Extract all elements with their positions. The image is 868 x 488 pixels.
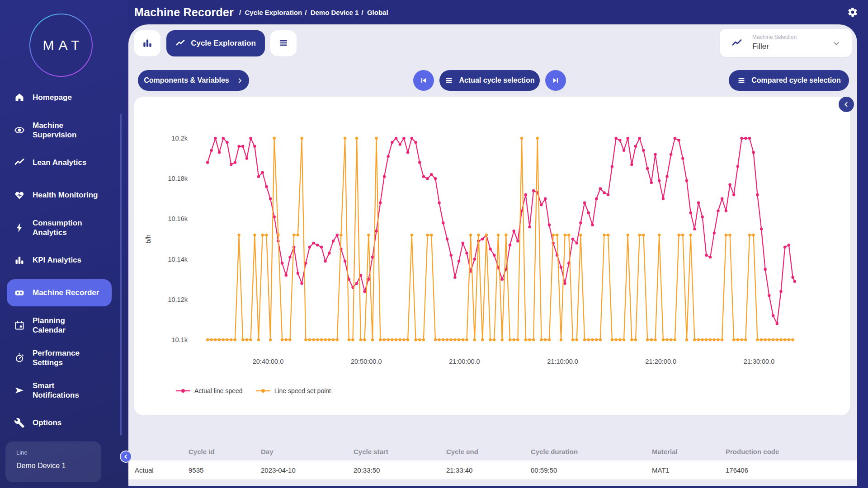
next-cycle-button[interactable] [545,70,566,91]
svg-text:10.18k: 10.18k [168,175,188,182]
cycle-exploration-label: Cycle Exploration [191,39,256,48]
cycle-exploration-button[interactable]: Cycle Exploration [166,30,265,56]
line-value: Demo Device 1 [16,462,66,470]
skip-previous-icon [419,76,428,85]
sidebar-item-kpi-analytics[interactable]: KPI Analytics [0,244,128,277]
svg-text:10.12k: 10.12k [168,296,188,303]
menu-button[interactable] [270,30,297,56]
machine-selection-dropdown[interactable]: Machine Selection Filler [720,29,852,57]
sidebar-item-planning-calendar[interactable]: Planning Calendar [0,309,128,342]
chart-view-button[interactable] [134,30,160,56]
svg-text:21:20:00.0: 21:20:00.0 [646,358,677,365]
table-header-cell: Material [652,448,726,455]
table-cell: 2023-04-10 [261,466,354,474]
breadcrumb-item[interactable]: / Global [361,9,388,16]
sidebar-scrollbar[interactable] [120,114,122,436]
sidebar-item-label: Lean Analytics [33,158,109,167]
machine-selection-label: Machine Selection [752,34,797,40]
top-bar: Machine Recorder / Cycle Exploration/ De… [128,0,868,24]
chevron-left-icon [843,101,850,108]
settings-gear-icon[interactable] [847,7,858,18]
hamburger-icon [737,76,746,85]
table-cell: 21:33:40 [446,466,531,474]
recorder-icon [14,287,25,298]
sidebar-item-label: Smart Notifications [33,381,109,400]
legend-marker-icon [255,388,271,394]
trend-icon [14,157,25,168]
legend-item-actual-line-speed[interactable]: Actual line speed [175,387,243,394]
line-chart: 10.2k10.18k10.16k10.14k10.12k10.1kb/h20:… [134,97,850,415]
table-cell: MAT1 [652,466,726,474]
table-cell: 20:33:50 [354,466,446,474]
legend-item-line-speed-set-point[interactable]: Line speed set point [255,387,331,394]
main-content: Cycle Exploration Machine Selection Fill… [128,24,857,486]
send-icon [14,385,25,396]
line-label: Line [16,449,28,456]
sidebar-item-machine-supervision[interactable]: Machine Supervision [0,114,128,146]
chart-legend: Actual line speedLine speed set point [175,387,331,394]
sidebar-item-label: Machine Supervision [33,121,109,140]
sidebar-item-homepage[interactable]: Homepage [0,81,128,114]
sidebar-item-label: Homepage [33,93,109,102]
svg-text:10.2k: 10.2k [172,135,188,142]
line-selector-card[interactable]: Line Demo Device 1 [5,441,101,482]
legend-label: Line speed set point [274,387,331,394]
sidebar-item-smart-notifications[interactable]: Smart Notifications [0,374,128,407]
table-cell: 00:59:50 [531,466,652,474]
svg-text:21:10:00.0: 21:10:00.0 [547,358,578,365]
skip-next-icon [551,76,560,85]
app-logo: MAT [29,14,93,77]
previous-cycle-button[interactable] [413,70,434,91]
sidebar-item-performance-settings[interactable]: Performance Settings [0,342,128,374]
svg-text:20:40:00.0: 20:40:00.0 [253,358,284,365]
sidebar-item-machine-recorder[interactable]: Machine Recorder [0,277,128,309]
table-row: Actual95352023-04-1020:33:5021:33:4000:5… [128,460,857,479]
chevron-down-icon [832,39,841,48]
svg-text:10.16k: 10.16k [168,215,188,222]
logo-text: MAT [38,38,84,53]
hamburger-icon [278,38,289,50]
sidebar-collapse-button[interactable] [120,450,132,463]
trend-icon [175,38,185,48]
actual-cycle-selection-button[interactable]: Actual cycle selection [439,70,540,91]
bar-chart-icon [14,255,25,266]
bar-chart-icon [142,37,153,50]
table-header-cell: Cycle duration [531,448,652,455]
svg-text:20:50:00.0: 20:50:00.0 [351,358,382,365]
sidebar-item-label: Machine Recorder [33,288,109,297]
trend-icon [731,38,742,49]
sidebar-item-label: KPI Analytics [33,255,109,265]
sidebar-item-consumption-analytics[interactable]: Consumption Analytics [0,211,128,244]
wrench-icon [14,418,25,428]
sidebar: MAT HomepageMachine SupervisionLean Anal… [0,0,128,488]
sidebar-item-label: Consumption Analytics [33,218,109,238]
sidebar-item-label: Health Monitoring [33,190,109,200]
table-header-row: Cycle IdDayCycle startCycle endCycle dur… [128,442,857,460]
table-row-label: Actual [128,466,189,474]
breadcrumb-item[interactable]: / Cycle Exploration [239,9,302,16]
compared-cycle-selection-label: Compared cycle selection [751,76,840,84]
eye-icon [14,125,25,136]
table-header-cell: Production code [726,448,857,455]
svg-text:21:30:00.0: 21:30:00.0 [744,358,775,365]
breadcrumb-item[interactable]: / Demo Device 1 [305,9,359,16]
stopwatch-icon [14,352,25,363]
chart-card: 10.2k10.18k10.16k10.14k10.12k10.1kb/h20:… [134,97,850,415]
table-header-cell: Day [261,448,354,455]
components-variables-button[interactable]: Components & Variables [138,70,249,91]
chevron-right-icon [236,77,243,84]
compared-cycle-selection-button[interactable]: Compared cycle selection [729,70,849,91]
svg-text:21:00:00.0: 21:00:00.0 [449,358,480,365]
svg-text:b/h: b/h [145,235,152,243]
chart-collapse-button[interactable] [839,97,854,112]
sidebar-item-lean-analytics[interactable]: Lean Analytics [0,146,128,179]
sidebar-item-label: Options [33,418,109,427]
table-header-cell: Cycle Id [189,448,261,455]
sidebar-item-options[interactable]: Options [0,407,128,439]
legend-label: Actual line speed [194,387,243,394]
machine-selection-value: Filler [752,42,769,51]
bolt-icon [14,222,25,233]
cycle-navigation-group: Actual cycle selection [413,70,566,91]
chevron-left-icon [123,454,129,460]
sidebar-item-health-monitoring[interactable]: Health Monitoring [0,179,128,211]
